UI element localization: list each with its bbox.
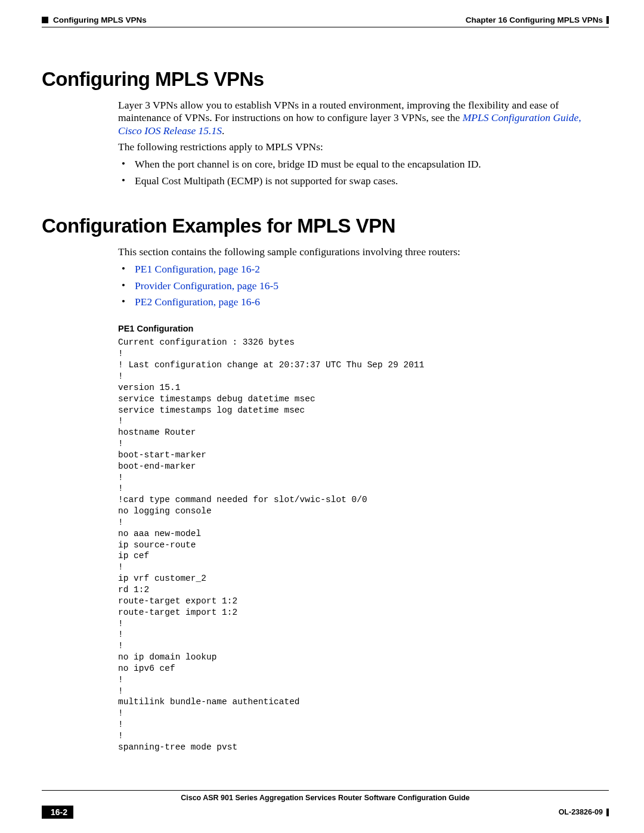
restriction-text: When the port channel is on core, bridge… [135, 158, 481, 170]
square-bullet-icon [42, 17, 48, 23]
intro-text-b: . [222, 125, 224, 137]
example-link-item: PE2 Configuration, page 16-6 [118, 296, 604, 308]
restrictions-lead: The following restrictions apply to MPLS… [118, 141, 604, 153]
pe1-config-block: Current configuration : 3326 bytes ! ! L… [118, 337, 609, 753]
restrictions-list: When the port channel is on core, bridge… [118, 158, 604, 187]
examples-link-list: PE1 Configuration, page 16-2 Provider Co… [118, 263, 604, 308]
pe2-config-link[interactable]: PE2 Configuration, page 16-6 [135, 296, 260, 308]
header-section-name: Configuring MPLS VPNs [53, 16, 147, 24]
page-number: 16-2 [45, 806, 73, 819]
section-heading-2: Configuration Examples for MPLS VPN [42, 215, 609, 237]
header-chapter: Chapter 16 Configuring MPLS VPNs [466, 16, 603, 24]
restriction-item: Equal Cost Multipath (ECMP) is not suppo… [118, 175, 604, 187]
example-link-item: Provider Configuration, page 16-5 [118, 280, 604, 292]
example-link-item: PE1 Configuration, page 16-2 [118, 263, 604, 275]
page-number-box: 16-2 [42, 806, 73, 819]
intro-paragraph: Layer 3 VPNs allow you to establish VPNs… [118, 99, 604, 137]
document-id: OL-23826-09 [559, 808, 603, 816]
footer-guide-title: Cisco ASR 901 Series Aggregation Service… [42, 790, 609, 802]
page-footer: Cisco ASR 901 Series Aggregation Service… [42, 790, 609, 819]
examples-lead: This section contains the following samp… [118, 246, 604, 258]
rule-icon [606, 809, 609, 816]
section-heading-1: Configuring MPLS VPNs [42, 68, 609, 91]
restriction-item: When the port channel is on core, bridge… [118, 158, 604, 171]
restriction-text: Equal Cost Multipath (ECMP) is not suppo… [135, 175, 398, 187]
provider-config-link[interactable]: Provider Configuration, page 16-5 [135, 280, 278, 292]
running-header: Configuring MPLS VPNs Chapter 16 Configu… [42, 16, 609, 24]
pe1-subheading: PE1 Configuration [118, 324, 609, 333]
rule-icon [606, 16, 609, 24]
pe1-config-link[interactable]: PE1 Configuration, page 16-2 [135, 263, 260, 275]
